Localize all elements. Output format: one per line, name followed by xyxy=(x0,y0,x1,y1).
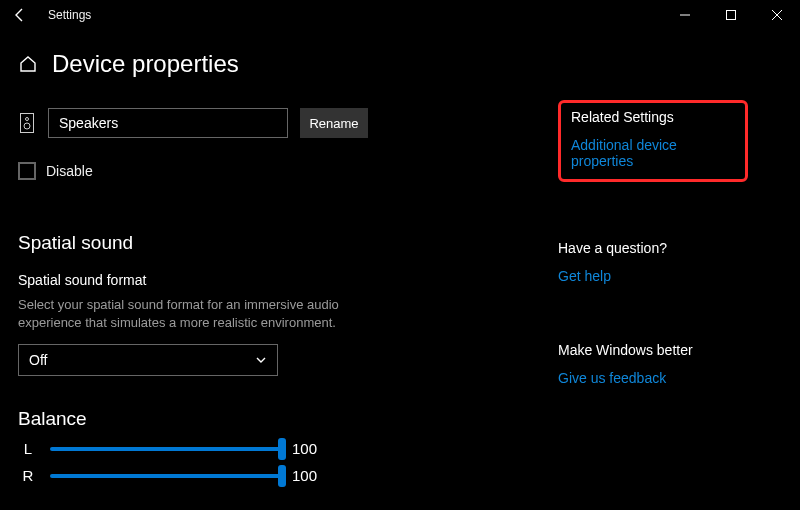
close-button[interactable] xyxy=(754,0,800,30)
maximize-button[interactable] xyxy=(708,0,754,30)
dropdown-value: Off xyxy=(29,352,47,368)
balance-right-value: 100 xyxy=(292,467,317,484)
balance-left-slider[interactable] xyxy=(50,447,280,451)
slider-thumb[interactable] xyxy=(278,465,286,487)
make-windows-better-heading: Make Windows better xyxy=(558,342,778,358)
chevron-down-icon xyxy=(255,354,267,366)
disable-checkbox[interactable] xyxy=(18,162,36,180)
balance-heading: Balance xyxy=(18,408,398,430)
disable-label: Disable xyxy=(46,163,93,179)
balance-right-label: R xyxy=(18,467,38,484)
speaker-icon xyxy=(18,112,36,134)
home-icon[interactable] xyxy=(18,54,38,74)
balance-left-label: L xyxy=(18,440,38,457)
app-title: Settings xyxy=(48,8,91,22)
highlight-related-settings: Related Settings Additional device prope… xyxy=(558,100,748,182)
svg-point-5 xyxy=(26,118,29,121)
get-help-link[interactable]: Get help xyxy=(558,268,778,284)
slider-thumb[interactable] xyxy=(278,438,286,460)
device-name-input[interactable] xyxy=(48,108,288,138)
svg-rect-1 xyxy=(727,11,736,20)
spatial-sound-heading: Spatial sound xyxy=(18,232,398,254)
balance-right-slider[interactable] xyxy=(50,474,280,478)
additional-device-properties-link[interactable]: Additional device properties xyxy=(571,137,735,169)
minimize-button[interactable] xyxy=(662,0,708,30)
back-button[interactable] xyxy=(0,0,40,30)
svg-point-6 xyxy=(24,123,30,129)
give-feedback-link[interactable]: Give us feedback xyxy=(558,370,778,386)
have-question-heading: Have a question? xyxy=(558,240,778,256)
balance-left-value: 100 xyxy=(292,440,317,457)
spatial-help-text: Select your spatial sound format for an … xyxy=(18,296,388,332)
rename-button[interactable]: Rename xyxy=(300,108,368,138)
spatial-format-dropdown[interactable]: Off xyxy=(18,344,278,376)
related-settings-heading: Related Settings xyxy=(571,109,735,125)
spatial-format-label: Spatial sound format xyxy=(18,272,398,288)
page-title: Device properties xyxy=(52,50,239,78)
